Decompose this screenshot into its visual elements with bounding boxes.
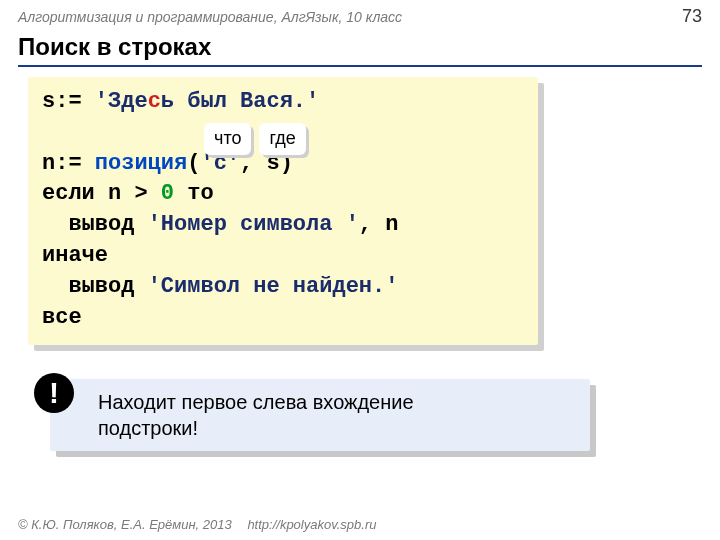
code-line-5: иначе — [42, 241, 524, 272]
note-line-2: подстроки! — [98, 415, 576, 441]
slide-header: Алгоритмизация и программирование, АлгЯз… — [0, 0, 720, 31]
page-number: 73 — [682, 6, 702, 27]
code-line-1: s:= 'Здесь был Вася.' — [42, 87, 524, 118]
chip-where-label: где — [259, 123, 305, 155]
footer-url: http://kpolyakov.spb.ru — [247, 517, 376, 532]
attention-icon: ! — [34, 373, 74, 413]
code-line-3: если n > 0 то — [42, 179, 524, 210]
copyright: © К.Ю. Поляков, Е.А. Ерёмин, 2013 — [18, 517, 232, 532]
note-line-1: Находит первое слева вхождение — [98, 389, 576, 415]
page-title: Поиск в строках — [0, 31, 720, 65]
breadcrumb: Алгоритмизация и программирование, АлгЯз… — [18, 9, 402, 25]
annotation-chips: что где — [204, 123, 306, 155]
slide-footer: © К.Ю. Поляков, Е.А. Ерёмин, 2013 http:/… — [18, 517, 376, 532]
code-line-7: все — [42, 303, 524, 334]
code-line-6: вывод 'Символ не найден.' — [42, 272, 524, 303]
chip-where: где — [259, 123, 305, 155]
code-line-4: вывод 'Номер символа ', n — [42, 210, 524, 241]
note-block: ! Находит первое слева вхождение подстро… — [50, 379, 590, 451]
title-rule — [18, 65, 702, 67]
chip-what-label: что — [204, 123, 251, 155]
code-box: s:= 'Здесь был Вася.' n:= позиция('с', s… — [28, 77, 538, 345]
note-box: ! Находит первое слева вхождение подстро… — [50, 379, 590, 451]
code-block: s:= 'Здесь был Вася.' n:= позиция('с', s… — [28, 77, 538, 345]
chip-what: что — [204, 123, 251, 155]
